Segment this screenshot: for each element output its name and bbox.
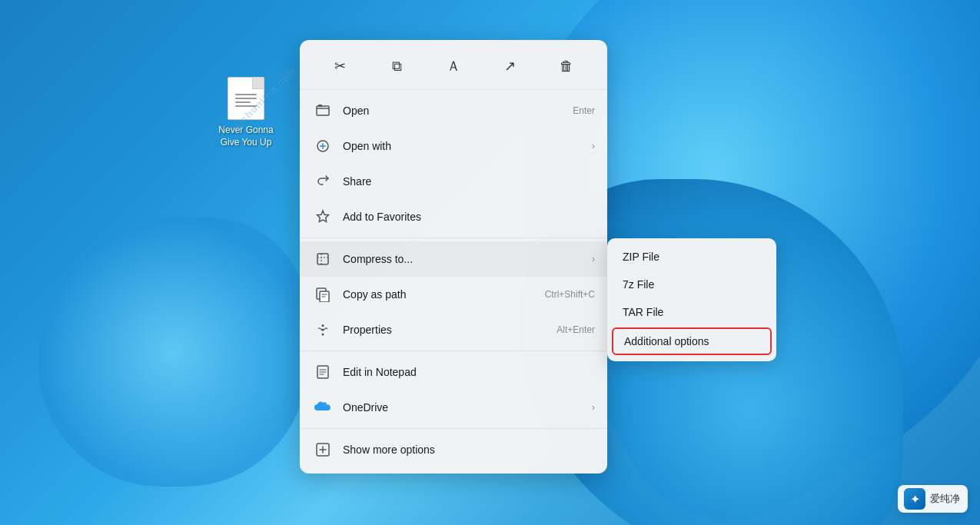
delete-button[interactable]: 🗑 <box>553 52 580 80</box>
show-more-icon <box>312 439 334 460</box>
logo-text: 爱纯净 <box>930 492 960 506</box>
copy-path-label: Copy as path <box>343 288 539 301</box>
logo-icon: ✦ <box>904 488 925 510</box>
menu-item-share[interactable]: Share <box>300 164 607 199</box>
copy-path-shortcut: Ctrl+Shift+C <box>545 289 595 300</box>
file-line <box>235 94 257 95</box>
compress-submenu: ZIP File 7z File TAR File Additional opt… <box>607 238 776 361</box>
menu-item-favorites[interactable]: Add to Favorites <box>300 199 607 234</box>
file-icon-label: Never Gonna Give You Up <box>218 125 273 148</box>
rename-button[interactable]: Ａ <box>440 52 467 80</box>
logo-badge: ✦ 爱纯净 <box>898 485 968 513</box>
menu-item-onedrive[interactable]: OneDrive › <box>300 390 607 425</box>
separator-2 <box>300 351 607 351</box>
onedrive-arrow: › <box>592 402 595 413</box>
swirl-decoration-3 <box>38 218 307 487</box>
tar-label: TAR File <box>623 306 663 318</box>
properties-label: Properties <box>343 324 550 336</box>
properties-shortcut: Alt+Enter <box>556 324 595 335</box>
7z-label: 7z File <box>623 278 654 291</box>
open-with-icon <box>312 135 334 157</box>
svg-rect-0 <box>317 106 329 115</box>
share-label: Share <box>343 175 595 188</box>
open-label: Open <box>343 105 566 117</box>
menu-item-open[interactable]: Open Enter <box>300 93 607 128</box>
copy-button[interactable]: ⧉ <box>383 52 410 80</box>
edit-notepad-icon <box>312 361 334 383</box>
open-with-label: Open with <box>343 140 586 152</box>
favorites-label: Add to Favorites <box>343 211 595 223</box>
onedrive-icon <box>312 397 334 418</box>
menu-item-properties[interactable]: Properties Alt+Enter <box>300 312 607 347</box>
file-lines <box>235 94 257 107</box>
svg-rect-1 <box>318 105 322 107</box>
compress-label: Compress to... <box>343 253 586 265</box>
context-menu-toolbar: ✂ ⧉ Ａ ↗ 🗑 <box>300 46 607 90</box>
separator-3 <box>300 428 607 429</box>
submenu-item-7z[interactable]: 7z File <box>607 271 776 298</box>
desktop: Never Gonna Give You Up aichunjing.com ✂… <box>0 0 980 525</box>
compress-icon <box>312 248 334 270</box>
file-icon-shape <box>228 77 264 120</box>
context-menu: ✂ ⧉ Ａ ↗ 🗑 Open <box>300 40 607 473</box>
copy-icon: ⧉ <box>392 58 402 75</box>
menu-item-compress[interactable]: Compress to... › ZIP File 7z File TAR Fi… <box>300 241 607 277</box>
menu-item-edit-notepad[interactable]: Edit in Notepad <box>300 354 607 390</box>
submenu-item-additional-options[interactable]: Additional options <box>612 327 772 355</box>
onedrive-label: OneDrive <box>343 401 586 414</box>
file-line <box>235 98 257 99</box>
svg-point-7 <box>322 334 324 336</box>
submenu-item-zip[interactable]: ZIP File <box>607 243 776 271</box>
menu-item-copy-path[interactable]: Copy as path Ctrl+Shift+C <box>300 277 607 312</box>
menu-item-open-with[interactable]: Open with › <box>300 128 607 164</box>
properties-icon <box>312 319 334 341</box>
delete-icon: 🗑 <box>560 58 573 75</box>
file-line <box>235 105 257 107</box>
share-toolbar-icon: ↗ <box>504 58 516 75</box>
file-line <box>235 101 251 103</box>
copy-path-icon <box>312 284 334 305</box>
open-shortcut: Enter <box>573 105 595 116</box>
cut-icon: ✂ <box>334 58 346 75</box>
share-toolbar-button[interactable]: ↗ <box>497 52 524 80</box>
desktop-file-icon[interactable]: Never Gonna Give You Up <box>215 77 277 148</box>
edit-notepad-label: Edit in Notepad <box>343 366 595 378</box>
open-with-arrow: › <box>592 141 595 151</box>
svg-rect-3 <box>317 254 328 264</box>
share-icon <box>312 171 334 192</box>
cut-button[interactable]: ✂ <box>327 52 354 80</box>
separator-1 <box>300 238 607 238</box>
open-icon <box>312 100 334 121</box>
submenu-item-tar[interactable]: TAR File <box>607 298 776 326</box>
compress-arrow: › <box>592 254 595 264</box>
favorites-icon <box>312 206 334 228</box>
additional-options-label: Additional options <box>624 335 709 347</box>
zip-label: ZIP File <box>623 251 659 263</box>
menu-item-show-more[interactable]: Show more options <box>300 432 607 467</box>
show-more-label: Show more options <box>343 444 595 456</box>
rename-icon: Ａ <box>447 57 460 75</box>
